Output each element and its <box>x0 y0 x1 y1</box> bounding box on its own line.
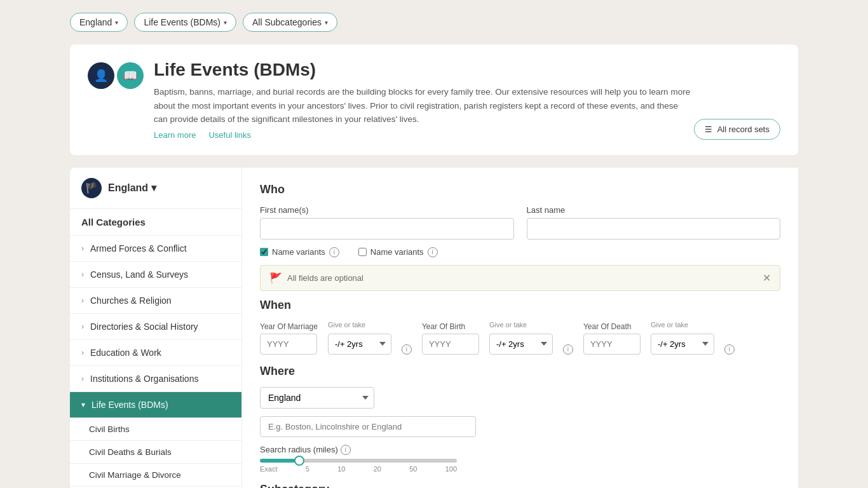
birth-give-or-take-select[interactable]: -/+ 2yrs -/+ 1yr -/+ 5yrs -/+ 10yrs <box>489 334 553 355</box>
all-record-sets-button[interactable]: ☰ All record sets <box>694 119 780 140</box>
breadcrumb-england[interactable]: England ▾ <box>70 13 128 32</box>
year-of-birth-info-icon[interactable]: i <box>563 344 573 355</box>
search-panel: Who First name(s) Last name Name variant… <box>241 168 798 488</box>
last-name-group: Last name <box>527 205 781 240</box>
learn-more-link[interactable]: Learn more <box>154 130 196 140</box>
last-name-label: Last name <box>527 205 781 215</box>
sidebar-item-label: Education & Work <box>90 348 161 358</box>
radius-slider-track <box>260 459 457 463</box>
radius-slider-wrap: Exact 5 10 20 50 100 <box>260 459 780 473</box>
close-icon[interactable]: ✕ <box>763 272 771 284</box>
chevron-down-icon: ▾ <box>81 400 85 409</box>
death-give-or-take-select[interactable]: -/+ 2yrs -/+ 1yr -/+ 5yrs -/+ 10yrs <box>651 334 714 355</box>
birth-give-or-take-group: Give or take -/+ 2yrs -/+ 1yr -/+ 5yrs -… <box>489 321 553 355</box>
radius-row: Search radius (miles) i Exact 5 10 20 50… <box>260 445 780 473</box>
sidebar-subitem-civil-marriage-divorce[interactable]: Civil Marriage & Divorce <box>70 464 241 487</box>
person-icon: 👤 <box>88 62 114 89</box>
slider-labels: Exact 5 10 20 50 100 <box>260 465 457 473</box>
all-categories-label: All Categories <box>70 209 241 236</box>
year-of-death-info-icon[interactable]: i <box>724 344 735 355</box>
location-text-row <box>260 416 780 437</box>
death-give-or-take-group: Give or take -/+ 2yrs -/+ 1yr -/+ 5yrs -… <box>651 321 714 355</box>
sidebar-item-label: Directories & Social History <box>90 322 198 332</box>
last-name-variants-info-icon[interactable]: i <box>428 247 438 257</box>
sidebar-item-churches-religion[interactable]: › Churches & Religion <box>70 288 241 314</box>
radius-label: Search radius (miles) i <box>260 445 780 455</box>
england-label[interactable]: England ▾ <box>108 182 156 194</box>
alert-text: All fields are optional <box>287 273 363 283</box>
year-of-marriage-info-icon[interactable]: i <box>402 344 412 355</box>
first-name-label: First name(s) <box>260 205 514 215</box>
chevron-right-icon: › <box>81 348 84 357</box>
sidebar-subitem-civil-deaths-burials[interactable]: Civil Deaths & Burials <box>70 441 241 464</box>
birth-info-group: i <box>563 325 573 355</box>
location-select[interactable]: England Scotland Wales Ireland <box>260 387 374 409</box>
death-info-group: i <box>724 325 735 355</box>
alert-banner: 🚩 All fields are optional ✕ <box>260 265 780 291</box>
chevron-down-icon: ▾ <box>151 182 156 194</box>
sidebar-item-label: Census, Land & Surveys <box>90 269 188 280</box>
chevron-right-icon: › <box>81 270 84 279</box>
subcategory-section-title: Subcategory <box>260 483 780 488</box>
year-of-birth-input[interactable] <box>422 334 479 355</box>
sidebar-item-directories-social[interactable]: › Directories & Social History <box>70 314 241 340</box>
slider-label-exact: Exact <box>260 465 278 473</box>
subitem-label: Civil Deaths & Burials <box>89 447 172 457</box>
first-name-variants-checkbox[interactable] <box>260 248 268 256</box>
year-of-marriage-input[interactable] <box>260 334 317 355</box>
useful-links-link[interactable]: Useful links <box>208 130 250 140</box>
last-name-variants-label: Name variants <box>370 247 424 257</box>
sidebar-england[interactable]: 🏴 England ▾ <box>70 168 241 209</box>
sidebar-item-life-events[interactable]: ▾ Life Events (BDMs) <box>70 392 241 418</box>
first-name-group: First name(s) <box>260 205 514 240</box>
radius-info-icon[interactable]: i <box>341 445 351 455</box>
marriage-give-or-take-label: Give or take <box>328 321 391 329</box>
breadcrumb-all-subcategories[interactable]: All Subcategories ▾ <box>243 13 337 32</box>
death-give-or-take-label: Give or take <box>651 321 714 329</box>
year-of-death-label: Year Of Death <box>583 322 641 331</box>
sidebar-item-label: Life Events (BDMs) <box>92 400 168 410</box>
name-variants-row: Name variants i Name variants i <box>260 247 780 257</box>
slider-label-50: 50 <box>409 465 417 473</box>
book-icon: 📖 <box>117 62 144 89</box>
location-text-input[interactable] <box>260 416 476 437</box>
sidebar-subitem-civil-births[interactable]: Civil Births <box>70 418 241 441</box>
year-of-birth-label: Year Of Birth <box>422 322 479 331</box>
first-name-input[interactable] <box>260 218 514 240</box>
first-name-variants-info-icon[interactable]: i <box>329 247 339 257</box>
breadcrumb-life-events[interactable]: Life Events (BDMs) ▾ <box>134 13 236 32</box>
sidebar-item-institutions-orgs[interactable]: › Institutions & Organisations <box>70 366 241 392</box>
year-of-death-group: Year Of Death <box>583 322 641 355</box>
chevron-right-icon: › <box>81 244 84 253</box>
chevron-down-icon: ▾ <box>115 19 118 26</box>
page-title: Life Events (BDMs) <box>154 60 694 80</box>
sidebar-item-armed-forces[interactable]: › Armed Forces & Conflict <box>70 236 241 262</box>
where-row: England Scotland Wales Ireland <box>260 387 780 409</box>
sidebar-item-census-land[interactable]: › Census, Land & Surveys <box>70 262 241 288</box>
last-name-variants-checkbox[interactable] <box>358 248 367 256</box>
content-area: 🏴 England ▾ All Categories › Armed Force… <box>70 168 798 488</box>
card-header: 👤 📖 Life Events (BDMs) Baptism, banns, m… <box>88 60 780 140</box>
who-section-title: Who <box>260 183 780 196</box>
year-of-death-input[interactable] <box>583 334 641 355</box>
slider-label-5: 5 <box>306 465 309 473</box>
last-name-variants-checkbox-row: Name variants i <box>358 247 438 257</box>
radius-label-text: Search radius (miles) <box>260 445 338 454</box>
marriage-give-or-take-select[interactable]: -/+ 2yrs -/+ 1yr -/+ 5yrs -/+ 10yrs <box>328 334 391 355</box>
sidebar: 🏴 England ▾ All Categories › Armed Force… <box>70 168 241 488</box>
when-section-title: When <box>260 299 780 312</box>
alert-left: 🚩 All fields are optional <box>269 272 363 284</box>
breadcrumb-all-subcategories-label: All Subcategories <box>252 17 322 27</box>
slider-label-20: 20 <box>374 465 381 473</box>
card-icons: 👤 📖 <box>88 62 144 89</box>
last-name-input[interactable] <box>527 218 781 240</box>
sidebar-item-label: Churches & Religion <box>90 295 172 306</box>
year-of-marriage-label: Year Of Marriage <box>260 322 318 331</box>
england-flag-icon: 🏴 <box>81 178 102 198</box>
name-fields-row: First name(s) Last name <box>260 205 780 240</box>
first-name-variants-checkbox-row: Name variants i <box>260 247 339 257</box>
sidebar-item-education-work[interactable]: › Education & Work <box>70 340 241 366</box>
slider-label-100: 100 <box>445 465 457 473</box>
slider-label-10: 10 <box>337 465 345 473</box>
chevron-right-icon: › <box>81 374 84 383</box>
